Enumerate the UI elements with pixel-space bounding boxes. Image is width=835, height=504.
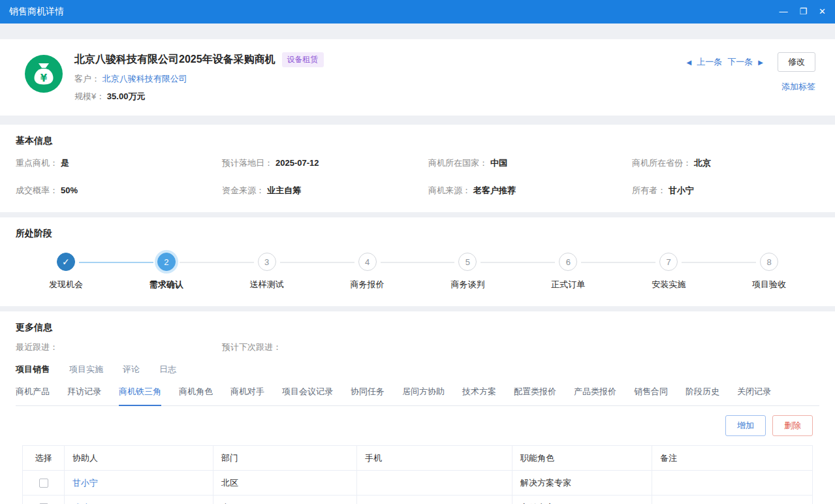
subtab-visit-records[interactable]: 拜访记录 bbox=[67, 386, 101, 405]
tab-logs[interactable]: 日志 bbox=[159, 364, 176, 377]
step-2-confirm-demand[interactable]: 2 需求确认 bbox=[116, 253, 217, 291]
cell-phone bbox=[357, 496, 512, 504]
cell-department: 南区 bbox=[213, 496, 357, 504]
cell-phone bbox=[357, 471, 512, 496]
step-circle[interactable]: 7 bbox=[659, 253, 678, 271]
step-check-icon[interactable]: ✓ bbox=[57, 253, 75, 271]
cell-role: 交付专家 bbox=[512, 496, 652, 504]
basic-info-grid: 重点商机：是 预计落地日：2025-07-12 商机所在国家：中国 商机所在省份… bbox=[16, 157, 819, 197]
prev-record-link[interactable]: 上一条 bbox=[697, 56, 722, 68]
next-record-link[interactable]: 下一条 bbox=[727, 56, 753, 68]
table-row: 成才 南区 交付专家 bbox=[23, 496, 813, 504]
subtab-config-quotes[interactable]: 配置类报价 bbox=[514, 386, 556, 405]
recent-follow-label: 最近跟进： bbox=[16, 342, 58, 352]
window-title: 销售商机详情 bbox=[9, 6, 64, 18]
iron-triangle-table-wrap: 选择 协助人 部门 手机 职能角色 备注 甘小宁 北区 解决方案专家 bbox=[22, 445, 813, 504]
customer-link[interactable]: 北京八骏科技有限公司 bbox=[102, 74, 187, 84]
edit-button[interactable]: 修改 bbox=[778, 52, 815, 72]
more-info-card: 更多信息 最近跟进： 预计下次跟进： 项目销售 项目实施 评论 日志 商机产品 … bbox=[0, 311, 835, 504]
assistant-link[interactable]: 甘小宁 bbox=[72, 478, 98, 488]
next-follow-label: 预计下次跟进： bbox=[222, 342, 281, 352]
add-button[interactable]: 增加 bbox=[725, 415, 766, 436]
subtab-collab-tasks[interactable]: 协同任务 bbox=[351, 386, 385, 405]
step-circle[interactable]: 4 bbox=[358, 253, 377, 271]
tab-project-sales[interactable]: 项目销售 bbox=[16, 364, 50, 377]
subtab-competitors[interactable]: 商机对手 bbox=[230, 386, 264, 405]
minimize-icon[interactable]: — bbox=[779, 0, 787, 24]
field-key-opportunity: 重点商机：是 bbox=[16, 157, 222, 169]
tab-comments[interactable]: 评论 bbox=[123, 364, 140, 377]
subtab-technical-plan[interactable]: 技术方案 bbox=[462, 386, 496, 405]
scale-value: 35.00万元 bbox=[107, 91, 146, 101]
cell-note bbox=[652, 471, 813, 496]
money-bag-icon: ¥ bbox=[25, 55, 63, 93]
header-department: 部门 bbox=[213, 446, 357, 471]
step-circle[interactable]: 2 bbox=[157, 253, 176, 271]
window-titlebar: 销售商机详情 — ❐ ✕ bbox=[0, 0, 835, 24]
tab-project-implementation[interactable]: 项目实施 bbox=[69, 364, 103, 377]
next-arrow-icon[interactable]: ▶ bbox=[758, 59, 763, 66]
add-tag-link[interactable]: 添加标签 bbox=[781, 81, 815, 93]
maximize-icon[interactable]: ❐ bbox=[799, 0, 807, 24]
customer-label: 客户： bbox=[74, 74, 100, 84]
more-info-title: 更多信息 bbox=[16, 322, 819, 334]
header-role: 职能角色 bbox=[512, 446, 652, 471]
field-province: 商机所在省份：北京 bbox=[632, 157, 819, 169]
step-circle[interactable]: 6 bbox=[559, 253, 577, 271]
field-owner: 所有者：甘小宁 bbox=[632, 185, 819, 197]
table-header-row: 选择 协助人 部门 手机 职能角色 备注 bbox=[23, 446, 813, 471]
cell-note bbox=[652, 496, 813, 504]
delete-button[interactable]: 删除 bbox=[772, 415, 813, 436]
subtab-iron-triangle[interactable]: 商机铁三角 bbox=[119, 386, 161, 406]
svg-text:¥: ¥ bbox=[40, 72, 48, 84]
opportunity-title: 北京八骏科技有限公司2025年设备采购商机 bbox=[74, 53, 276, 67]
step-1-discover[interactable]: ✓ 发现机会 bbox=[16, 253, 116, 291]
basic-info-card: 基本信息 重点商机：是 预计落地日：2025-07-12 商机所在国家：中国 商… bbox=[0, 125, 835, 212]
table-row: 甘小宁 北区 解决方案专家 bbox=[23, 471, 813, 496]
subtab-product-quotes[interactable]: 产品类报价 bbox=[574, 386, 616, 405]
header-assistant: 协助人 bbox=[65, 446, 213, 471]
follow-up-row: 最近跟进： 预计下次跟进： bbox=[16, 341, 819, 353]
field-country: 商机所在国家：中国 bbox=[428, 157, 632, 169]
subtab-opportunity-products[interactable]: 商机产品 bbox=[16, 386, 50, 405]
table-actions: 增加 删除 bbox=[16, 415, 813, 436]
header-note: 备注 bbox=[652, 446, 813, 471]
subtab-meeting-records[interactable]: 项目会议记录 bbox=[282, 386, 333, 405]
field-expected-date: 预计落地日：2025-07-12 bbox=[222, 157, 428, 169]
step-5-negotiation[interactable]: 5 商务谈判 bbox=[418, 253, 518, 291]
field-opportunity-source: 商机来源：老客户推荐 bbox=[428, 185, 632, 197]
stage-title: 所处阶段 bbox=[16, 228, 819, 240]
subtab-stage-history[interactable]: 阶段历史 bbox=[685, 386, 719, 405]
step-circle[interactable]: 5 bbox=[458, 253, 477, 271]
step-7-installation[interactable]: 7 安装实施 bbox=[618, 253, 719, 291]
subtab-intermediary-assist[interactable]: 居间方协助 bbox=[402, 386, 445, 405]
cell-role: 解决方案专家 bbox=[512, 471, 652, 496]
iron-triangle-table: 选择 协助人 部门 手机 职能角色 备注 甘小宁 北区 解决方案专家 bbox=[22, 445, 813, 504]
step-8-acceptance[interactable]: 8 项目验收 bbox=[719, 253, 819, 291]
subtab-close-records[interactable]: 关闭记录 bbox=[737, 386, 771, 405]
field-funding-source: 资金来源：业主自筹 bbox=[222, 185, 428, 197]
header-phone: 手机 bbox=[357, 446, 512, 471]
step-circle[interactable]: 3 bbox=[258, 253, 276, 271]
scale-label: 规模¥： bbox=[74, 91, 104, 101]
step-4-quotation[interactable]: 4 商务报价 bbox=[317, 253, 418, 291]
sub-tabs: 商机产品 拜访记录 商机铁三角 商机角色 商机对手 项目会议记录 协同任务 居间… bbox=[16, 386, 819, 406]
header-select: 选择 bbox=[23, 446, 65, 471]
subtab-sales-contracts[interactable]: 销售合同 bbox=[634, 386, 668, 405]
close-icon[interactable]: ✕ bbox=[819, 0, 826, 24]
step-6-formal-order[interactable]: 6 正式订单 bbox=[518, 253, 618, 291]
step-circle[interactable]: 8 bbox=[760, 253, 778, 271]
basic-info-title: 基本信息 bbox=[16, 135, 819, 147]
main-tabs: 项目销售 项目实施 评论 日志 bbox=[16, 364, 819, 377]
customer-row: 客户： 北京八骏科技有限公司 bbox=[74, 73, 324, 85]
prev-arrow-icon[interactable]: ◀ bbox=[687, 59, 692, 66]
step-3-sample-test[interactable]: 3 送样测试 bbox=[217, 253, 317, 291]
opportunity-header-card: ¥ 北京八骏科技有限公司2025年设备采购商机 设备租赁 客户： 北京八骏科技有… bbox=[0, 39, 835, 116]
stage-card: 所处阶段 ✓ 发现机会 2 需求确认 3 送样测试 4 商务报价 5 商务谈判 … bbox=[0, 217, 835, 306]
cell-department: 北区 bbox=[213, 471, 357, 496]
stage-stepper: ✓ 发现机会 2 需求确认 3 送样测试 4 商务报价 5 商务谈判 6 正式订… bbox=[16, 253, 819, 291]
opportunity-tag-badge: 设备租赁 bbox=[282, 52, 324, 67]
subtab-opportunity-roles[interactable]: 商机角色 bbox=[179, 386, 213, 405]
scale-row: 规模¥： 35.00万元 bbox=[74, 91, 324, 102]
row-checkbox[interactable] bbox=[39, 479, 48, 488]
